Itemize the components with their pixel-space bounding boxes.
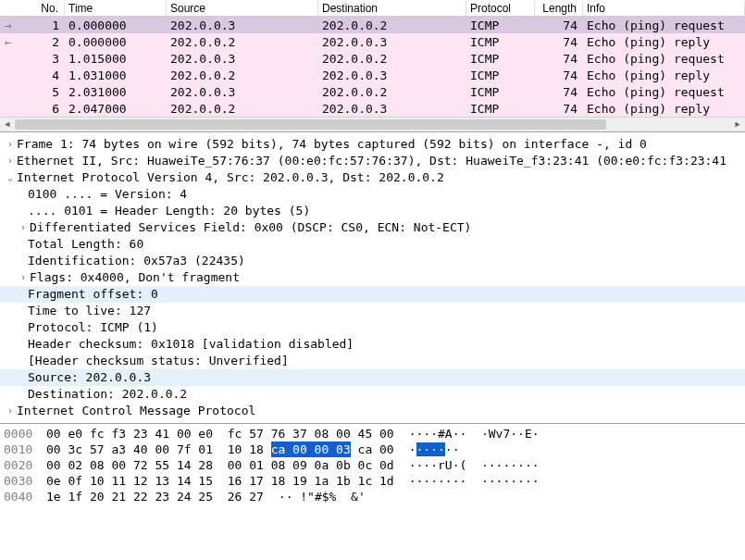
cell-src: 202.0.0.2 <box>167 35 318 49</box>
cell-len: 74 <box>535 35 583 49</box>
hex-ascii: ········ ········ <box>409 473 540 489</box>
hex-offset: 0000 <box>4 426 46 442</box>
chevron-right-icon[interactable]: › <box>4 403 17 419</box>
hex-row[interactable]: 00401e 1f 20 21 22 23 24 25 26 27·· !"#$… <box>4 489 741 504</box>
tree-ip-ident[interactable]: Identification: 0x57a3 (22435) <box>0 253 745 269</box>
hex-row[interactable]: 001000 3c 57 a3 40 00 7f 01 10 18 ca 00 … <box>4 442 741 457</box>
hex-bytes: fc 57 76 37 08 00 45 00 <box>228 426 394 442</box>
cell-no: 3 <box>17 52 65 66</box>
cell-proto: ICMP <box>466 52 535 66</box>
cell-src: 202.0.0.3 <box>167 52 318 66</box>
hex-ascii: ····#A·· ·Wv7··E· <box>409 426 540 442</box>
cell-proto: ICMP <box>466 85 535 99</box>
tree-ip-dst[interactable]: Destination: 202.0.0.2 <box>0 386 745 403</box>
col-no[interactable]: No. <box>17 1 65 16</box>
tree-ethernet[interactable]: › Ethernet II, Src: HuaweiTe_57:76:37 (0… <box>0 153 745 169</box>
packet-row[interactable]: 52.031000202.0.0.3202.0.0.2ICMP74Echo (p… <box>0 83 745 100</box>
cell-proto: ICMP <box>466 68 535 82</box>
cell-src: 202.0.0.3 <box>167 19 318 32</box>
hex-bytes: 1e 1f 20 21 22 23 24 25 <box>46 489 228 504</box>
cell-info: Echo (ping) request <box>583 85 745 99</box>
chevron-right-icon[interactable]: › <box>4 153 17 169</box>
col-len[interactable]: Length <box>535 1 583 16</box>
packet-row[interactable]: 41.031000202.0.0.2202.0.0.3ICMP74Echo (p… <box>0 67 745 83</box>
hex-row[interactable]: 000000 e0 fc f3 23 41 00 e0 fc 57 76 37 … <box>4 426 741 442</box>
tree-ip[interactable]: ⌄ Internet Protocol Version 4, Src: 202.… <box>0 169 745 186</box>
hex-row[interactable]: 002000 02 08 00 72 55 14 28 00 01 08 09 … <box>4 457 741 473</box>
hex-bytes: 00 02 08 00 72 55 14 28 <box>46 457 228 473</box>
packet-row[interactable]: 62.047000202.0.0.2202.0.0.3ICMP74Echo (p… <box>0 100 745 117</box>
packet-list-header: No. Time Source Destination Protocol Len… <box>0 0 745 17</box>
chevron-right-icon[interactable]: › <box>17 219 30 236</box>
cell-no: 2 <box>17 35 65 49</box>
scroll-left-icon[interactable]: ◄ <box>0 118 15 131</box>
cell-dst: 202.0.0.2 <box>318 19 466 32</box>
hex-offset: 0040 <box>4 489 46 504</box>
col-time[interactable]: Time <box>65 1 167 16</box>
hex-bytes-highlight: ca 00 00 03 <box>271 442 351 457</box>
cell-src: 202.0.0.2 <box>167 102 318 116</box>
tree-ip-cksum-status[interactable]: [Header checksum status: Unverified] <box>0 353 745 369</box>
scroll-right-icon[interactable]: ► <box>730 118 745 131</box>
packet-row[interactable]: ←20.000000202.0.0.2202.0.0.3ICMP74Echo (… <box>0 33 745 50</box>
packet-bytes-pane[interactable]: 000000 e0 fc f3 23 41 00 e0 fc 57 76 37 … <box>0 424 745 506</box>
hex-ascii: ·· !"#$% &' <box>279 489 366 504</box>
arrow-icon: → <box>0 19 17 32</box>
chevron-right-icon[interactable]: › <box>4 136 17 153</box>
tree-label: Internet Protocol Version 4, Src: 202.0.… <box>17 169 444 186</box>
hex-bytes: 16 17 18 19 1a 1b 1c 1d <box>228 473 394 489</box>
h-scrollbar[interactable]: ◄ ► <box>0 117 745 131</box>
cell-time: 0.000000 <box>65 19 167 32</box>
cell-dst: 202.0.0.2 <box>318 85 466 99</box>
packet-list-pane: No. Time Source Destination Protocol Len… <box>0 0 745 132</box>
scroll-thumb[interactable] <box>15 119 606 130</box>
tree-ip-src[interactable]: Source: 202.0.0.3 <box>0 369 745 386</box>
tree-ip-proto[interactable]: Protocol: ICMP (1) <box>0 319 745 336</box>
packet-list-body[interactable]: →10.000000202.0.0.3202.0.0.2ICMP74Echo (… <box>0 17 745 117</box>
chevron-right-icon[interactable]: › <box>17 269 30 286</box>
cell-dst: 202.0.0.3 <box>318 68 466 82</box>
tree-ip-tlen[interactable]: Total Length: 60 <box>0 236 745 253</box>
packet-row[interactable]: 31.015000202.0.0.3202.0.0.2ICMP74Echo (p… <box>0 50 745 67</box>
cell-proto: ICMP <box>466 102 535 116</box>
col-src[interactable]: Source <box>167 1 318 16</box>
cell-info: Echo (ping) reply <box>583 35 745 49</box>
cell-dst: 202.0.0.3 <box>318 102 466 116</box>
col-dst[interactable]: Destination <box>318 1 466 16</box>
col-proto[interactable]: Protocol <box>466 1 535 16</box>
packet-row[interactable]: →10.000000202.0.0.3202.0.0.2ICMP74Echo (… <box>0 17 745 33</box>
tree-label: Internet Control Message Protocol <box>17 403 255 419</box>
col-info[interactable]: Info <box>583 1 745 16</box>
cell-info: Echo (ping) reply <box>583 68 745 82</box>
tree-icmp[interactable]: › Internet Control Message Protocol <box>0 403 745 419</box>
tree-ip-hlen[interactable]: .... 0101 = Header Length: 20 bytes (5) <box>0 203 745 219</box>
cell-len: 74 <box>535 68 583 82</box>
cell-len: 74 <box>535 19 583 32</box>
tree-ip-version[interactable]: 0100 .... = Version: 4 <box>0 186 745 203</box>
tree-ip-frag[interactable]: Fragment offset: 0 <box>0 286 745 303</box>
cell-time: 2.047000 <box>65 102 167 116</box>
col-arrow[interactable] <box>0 7 17 9</box>
hex-ascii: ·· <box>445 442 460 456</box>
hex-bytes: 00 3c 57 a3 40 00 7f 01 <box>46 442 228 457</box>
tree-ip-ttl[interactable]: Time to live: 127 <box>0 303 745 319</box>
cell-len: 74 <box>535 102 583 116</box>
chevron-down-icon[interactable]: ⌄ <box>4 169 17 186</box>
packet-details-pane[interactable]: › Frame 1: 74 bytes on wire (592 bits), … <box>0 132 745 424</box>
tree-frame[interactable]: › Frame 1: 74 bytes on wire (592 bits), … <box>0 136 745 153</box>
cell-no: 5 <box>17 85 65 99</box>
cell-proto: ICMP <box>466 19 535 32</box>
tree-ip-cksum[interactable]: Header checksum: 0x1018 [validation disa… <box>0 336 745 353</box>
hex-row[interactable]: 00300e 0f 10 11 12 13 14 15 16 17 18 19 … <box>4 473 741 489</box>
tree-ip-dsf[interactable]: › Differentiated Services Field: 0x00 (D… <box>0 219 745 236</box>
tree-ip-flags[interactable]: › Flags: 0x4000, Don't fragment <box>0 269 745 286</box>
cell-src: 202.0.0.3 <box>167 85 318 99</box>
cell-len: 74 <box>535 52 583 66</box>
hex-offset: 0020 <box>4 457 46 473</box>
cell-info: Echo (ping) reply <box>583 102 745 116</box>
cell-time: 1.031000 <box>65 68 167 82</box>
hex-offset: 0010 <box>4 442 46 457</box>
cell-proto: ICMP <box>466 35 535 49</box>
hex-bytes: 00 e0 fc f3 23 41 00 e0 <box>46 426 228 442</box>
cell-time: 0.000000 <box>65 35 167 49</box>
